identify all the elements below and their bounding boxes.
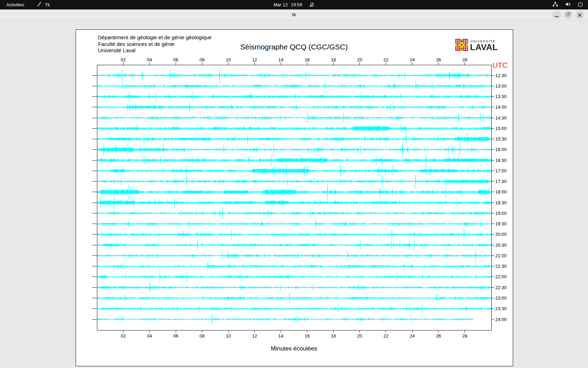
trace-tick-left [92, 277, 97, 277]
trace-tick-left [92, 128, 97, 129]
trace-tick-left [92, 319, 97, 320]
utc-time-label: 20:00 [495, 232, 507, 237]
x-tick-top [307, 62, 307, 65]
x-tick-label-bottom: 18 [327, 333, 341, 339]
utc-time-label: 21:30 [495, 264, 507, 269]
trace-tick-left [92, 86, 97, 86]
trace-tick-left [92, 224, 97, 224]
desktop-screen: Activities Tk Mar 12 19:59 [0, 0, 588, 368]
utc-time-label: 22:30 [495, 285, 507, 290]
trace-tick-left [92, 287, 97, 288]
x-tick-top [228, 62, 229, 65]
x-tick-bottom [149, 330, 150, 333]
trace-tick-left [92, 181, 97, 182]
x-tick-label-bottom: 02 [116, 333, 130, 339]
utc-time-label: 18:30 [495, 200, 507, 205]
x-tick-label-top: 06 [169, 57, 183, 62]
system-status-area[interactable] [552, 0, 583, 9]
x-tick-label-bottom: 16 [300, 333, 314, 339]
x-tick-label-top: 22 [379, 57, 393, 62]
trace-tick-right [491, 192, 494, 192]
trace-tick-right [491, 149, 494, 150]
utc-time-label: 15:30 [495, 136, 507, 142]
x-tick-bottom [123, 330, 124, 333]
trace-tick-right [491, 171, 494, 171]
x-tick-top [254, 62, 255, 65]
clock-time: 19:59 [291, 2, 302, 7]
x-tick-label-bottom: 04 [142, 333, 156, 339]
logo-laval-text: LAVAL [470, 43, 498, 52]
trace-tick-left [92, 75, 97, 76]
x-tick-label-bottom: 06 [169, 333, 183, 339]
utc-time-label: 14:30 [495, 115, 507, 121]
x-tick-label-top: 24 [405, 57, 419, 62]
utc-time-label: 16:00 [495, 147, 507, 152]
trace-tick-left [92, 213, 97, 213]
x-tick-bottom [386, 330, 386, 333]
maximize-button[interactable] [564, 11, 573, 19]
trace-tick-right [491, 277, 494, 277]
volume-icon [565, 1, 571, 8]
trace-tick-right [491, 224, 494, 224]
window-title: tk [0, 9, 588, 20]
trace-tick-left [92, 234, 97, 234]
minimize-button[interactable] [552, 11, 561, 19]
utc-time-label: 14:00 [495, 104, 507, 110]
utc-time-label: 24:00 [495, 317, 507, 322]
window-titlebar[interactable]: tk [0, 9, 588, 20]
x-tick-label-bottom: 22 [379, 333, 393, 339]
trace-tick-right [491, 319, 494, 320]
x-tick-bottom [438, 330, 439, 333]
trace-tick-left [92, 171, 97, 171]
trace-tick-left [92, 139, 97, 139]
x-tick-top [412, 62, 412, 65]
x-tick-top [464, 62, 465, 65]
x-tick-label-bottom: 08 [195, 333, 209, 339]
trace-tick-right [491, 160, 494, 161]
x-tick-top [123, 62, 124, 65]
trace-tick-right [491, 118, 494, 118]
trace-tick-left [92, 160, 97, 161]
trace-tick-right [491, 181, 494, 182]
x-tick-top [176, 62, 176, 65]
x-tick-bottom [307, 330, 307, 333]
utc-axis-label: UTC [492, 61, 507, 69]
x-tick-label-bottom: 28 [458, 333, 472, 339]
x-axis-title: Minutes écoulées [0, 345, 588, 352]
utc-time-label: 21:00 [495, 253, 507, 258]
x-tick-top [281, 62, 281, 65]
utc-time-label: 12:30 [495, 73, 507, 78]
power-icon [578, 1, 583, 8]
clock-menu[interactable]: Mar 12 19:59 [0, 0, 588, 9]
x-tick-bottom [228, 330, 229, 333]
x-tick-label-top: 16 [300, 57, 314, 62]
x-tick-label-top: 12 [247, 57, 261, 62]
trace-tick-left [92, 107, 97, 107]
x-tick-top [359, 62, 360, 65]
x-tick-label-bottom: 12 [247, 333, 261, 339]
x-tick-label-top: 02 [116, 57, 130, 62]
close-button[interactable] [575, 11, 584, 19]
focused-app-indicator[interactable]: Tk [37, 0, 50, 9]
trace-tick-right [491, 245, 494, 245]
trace-tick-right [491, 234, 494, 234]
x-tick-label-top: 08 [195, 57, 209, 62]
utc-time-label: 17:00 [495, 168, 507, 173]
trace-tick-right [491, 213, 494, 213]
x-tick-label-bottom: 26 [432, 333, 446, 339]
trace-tick-right [491, 255, 494, 256]
activities-button[interactable]: Activities [6, 0, 24, 9]
x-tick-label-top: 04 [142, 57, 156, 62]
trace-tick-right [491, 86, 494, 86]
x-tick-bottom [254, 330, 255, 333]
x-tick-top [149, 62, 150, 65]
trace-tick-right [491, 287, 494, 288]
page-title: Séismographe QCQ (CGC/GSC) [0, 43, 588, 51]
trace-tick-left [92, 298, 97, 298]
utc-time-label: 19:00 [495, 211, 507, 216]
x-tick-bottom [176, 330, 176, 333]
trace-tick-right [491, 298, 494, 298]
x-tick-label-top: 28 [458, 57, 472, 62]
x-tick-bottom [412, 330, 412, 333]
x-tick-label-top: 26 [432, 57, 446, 62]
